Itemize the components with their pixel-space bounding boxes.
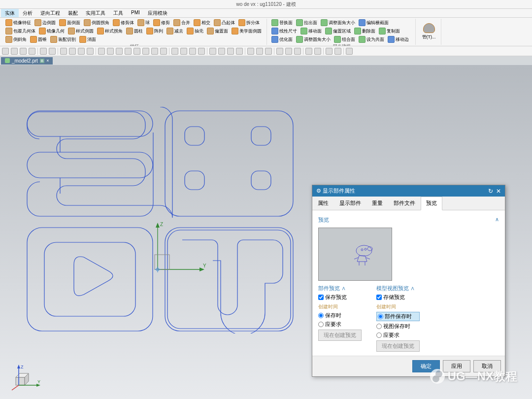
viewport[interactable]: Z Y Z Y ⚙ 显示部件属性 ↻ ✕ 属性 显示部件 重量 部件文件 预览 … — [0, 65, 532, 399]
ribbon-btn[interactable]: 修剪体 — [111, 19, 135, 27]
ribbon-btn[interactable]: 包覆几何体 — [4, 27, 37, 35]
dialog-titlebar[interactable]: ⚙ 显示部件属性 ↻ ✕ — [312, 185, 505, 197]
tab-partfile[interactable]: 部件文件 — [388, 197, 421, 210]
radio-on-save[interactable]: 保存时 — [318, 312, 362, 319]
tool-icon[interactable] — [133, 48, 140, 55]
tool-icon[interactable] — [151, 48, 158, 55]
ribbon-btn[interactable]: 装配切割 — [49, 35, 77, 43]
ribbon-btn[interactable]: 圆锥 — [29, 35, 48, 43]
tool-icon[interactable] — [236, 48, 243, 55]
menu-item-reverse[interactable]: 逆向工程 — [36, 9, 64, 17]
ribbon-btn[interactable]: 组合面 — [332, 35, 357, 43]
ribbon-btn[interactable]: 修剪 — [152, 19, 171, 27]
ribbon-btn[interactable]: 镜像几何 — [37, 27, 66, 35]
ribbon-btn[interactable]: 调整圆角大小 — [295, 35, 332, 43]
ribbon-btn[interactable]: 移动边 — [386, 35, 410, 43]
tool-icon[interactable] — [125, 48, 132, 55]
tool-icon[interactable] — [209, 48, 216, 55]
tool-icon[interactable] — [256, 48, 263, 55]
tab-preview[interactable]: 预览 — [421, 197, 442, 210]
ribbon-btn[interactable]: 镜像特征 — [4, 19, 33, 27]
tab-weight[interactable]: 重量 — [366, 197, 388, 210]
tool-icon[interactable] — [334, 48, 341, 55]
ribbon-btn[interactable]: 边倒圆 — [33, 19, 57, 27]
ribbon-btn[interactable]: 移动面 — [299, 27, 323, 35]
tool-icon[interactable] — [314, 48, 321, 55]
ribbon-btn[interactable]: 拆分体 — [237, 19, 261, 27]
menu-item-solid[interactable]: 实体 — [1, 9, 19, 17]
ribbon-btn[interactable]: 面倒面 — [58, 19, 82, 27]
menu-item-app[interactable]: 应用模块 — [144, 9, 171, 17]
ribbon-btn[interactable]: 阵列 — [145, 27, 165, 35]
refresh-icon[interactable]: ↻ — [488, 188, 493, 195]
checkbox-store-preview[interactable]: 存储预览 — [376, 294, 420, 301]
tool-icon[interactable] — [160, 48, 167, 55]
tab-display[interactable]: 显示部件 — [334, 197, 366, 210]
tool-icon[interactable] — [198, 48, 205, 55]
tool-icon[interactable] — [116, 48, 123, 55]
radio-view-save[interactable]: 视图保存时 — [376, 323, 420, 330]
checkbox-save-preview[interactable]: 保存预览 — [318, 294, 362, 301]
menu-item-tools[interactable]: 工具 — [109, 9, 127, 17]
ribbon-btn[interactable]: 设为共面 — [357, 35, 386, 43]
ribbon-btn[interactable]: 偏置区域 — [324, 27, 352, 35]
ribbon-btn[interactable]: 优化面 — [270, 35, 294, 43]
ribbon-btn[interactable]: 调整面角大小 — [319, 19, 357, 27]
menu-item-pmi[interactable]: PMI — [127, 9, 144, 17]
tool-icon[interactable] — [276, 48, 283, 55]
tool-icon[interactable] — [189, 48, 196, 55]
ribbon-btn[interactable]: 合并 — [172, 19, 192, 27]
tool-icon[interactable] — [142, 48, 149, 55]
tool-icon[interactable] — [40, 48, 47, 55]
ribbon-btn[interactable]: 美学面倒圆 — [230, 27, 263, 35]
ribbon-btn[interactable]: 减去 — [165, 27, 185, 35]
tool-icon[interactable] — [218, 48, 225, 55]
tool-icon[interactable] — [60, 48, 67, 55]
tool-icon[interactable] — [69, 48, 76, 55]
ribbon-btn[interactable]: 消面 — [78, 35, 98, 43]
ribbon-btn[interactable]: 球 — [136, 19, 151, 27]
ribbon-btn[interactable]: 抽壳 — [185, 27, 205, 35]
section-header-preview[interactable]: 预览∧ — [318, 214, 499, 226]
menu-item-assembly[interactable]: 装配 — [64, 9, 82, 17]
radio-part-save[interactable]: 部件保存时 — [376, 312, 420, 321]
tool-icon[interactable] — [247, 48, 254, 55]
ribbon-btn[interactable]: 样式拐角 — [96, 27, 124, 35]
tool-icon[interactable] — [346, 48, 353, 55]
tool-icon[interactable] — [305, 48, 312, 55]
tool-icon[interactable] — [265, 48, 272, 55]
tool-icon[interactable] — [171, 48, 178, 55]
menu-item-utils[interactable]: 实用工具 — [82, 9, 109, 17]
section-header-view-preview[interactable]: 模型视图预览 ∧ — [376, 285, 420, 292]
tool-icon[interactable] — [49, 48, 56, 55]
ribbon-btn[interactable]: 编辑横截面 — [357, 19, 390, 27]
ribbon-btn[interactable]: 偏置面 — [205, 27, 230, 35]
ribbon-btn[interactable]: 样式倒圆 — [66, 27, 95, 35]
menu-item-analysis[interactable]: 分析 — [19, 9, 36, 17]
tool-icon[interactable] — [326, 48, 332, 55]
tool-icon[interactable] — [98, 48, 105, 55]
tool-icon[interactable] — [11, 48, 18, 55]
tool-icon[interactable] — [29, 48, 35, 55]
ribbon-btn[interactable]: 替换面 — [270, 19, 294, 27]
tool-icon[interactable] — [87, 48, 94, 55]
tool-icon[interactable] — [227, 48, 234, 55]
radio-on-demand[interactable]: 应要求 — [318, 321, 362, 328]
tool-icon[interactable] — [78, 48, 85, 55]
ribbon-btn[interactable]: 倒圆拐角 — [82, 19, 111, 27]
ribbon-btn[interactable]: 复制面 — [377, 27, 401, 35]
ribbon-btn[interactable]: 倒斜角 — [4, 35, 28, 43]
ribbon-btn[interactable]: 圆柱 — [125, 27, 144, 35]
close-icon[interactable]: ✕ — [496, 188, 501, 195]
radio-on-demand2[interactable]: 应要求 — [376, 332, 420, 339]
ribbon-btn[interactable]: 凸起体 — [212, 19, 236, 27]
tool-icon[interactable] — [107, 48, 114, 55]
tool-icon[interactable] — [180, 48, 187, 55]
close-tab-icon[interactable]: × — [46, 58, 49, 63]
ribbon-btn[interactable]: 相交 — [192, 19, 212, 27]
file-tab[interactable]: _model2.prt B × — [1, 57, 53, 65]
tab-attributes[interactable]: 属性 — [312, 197, 334, 210]
tool-icon[interactable] — [294, 48, 301, 55]
ribbon-btn[interactable]: 删除面 — [353, 27, 377, 35]
tool-icon[interactable] — [20, 48, 27, 55]
